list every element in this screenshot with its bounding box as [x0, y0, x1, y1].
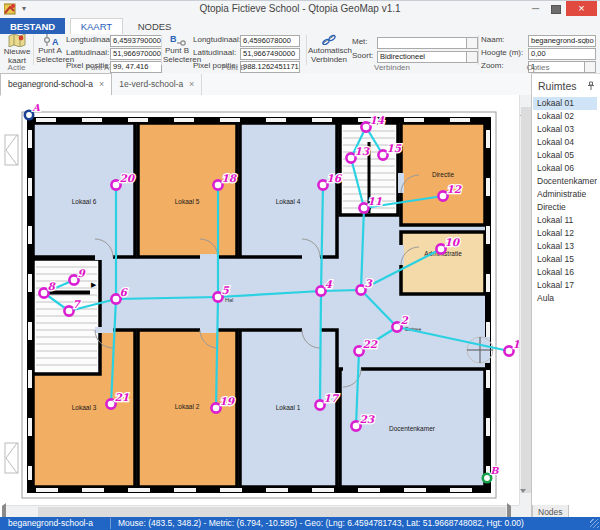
room-label: Lokaal 6 [72, 198, 97, 205]
node-label-10: 10 [445, 236, 461, 248]
auto-connect-label: Automatisch Verbinden [308, 46, 352, 64]
node-label-13: 13 [355, 145, 371, 157]
node-label-19: 19 [220, 395, 236, 407]
corridor-label: Hal [225, 297, 233, 303]
room-list-item[interactable]: Administratie [533, 188, 597, 201]
ruimtes-panel: Ruimtes Lokaal 01Lokaal 02Lokaal 03Lokaa… [531, 73, 599, 518]
auto-connect-button[interactable]: Automatisch Verbinden [308, 34, 350, 64]
horizontal-scroll-thumb[interactable] [38, 507, 506, 517]
select-point-b-button[interactable]: B Punt B Selecteren [163, 34, 191, 64]
punt-b-long-input[interactable]: 6,4596078000 [240, 35, 300, 47]
room-label: Lokaal 5 [175, 198, 200, 205]
point-b-icon: B [168, 34, 186, 46]
tab-nodes[interactable]: NODES [128, 18, 182, 35]
soort-dropdown[interactable]: Bidirectioneel [377, 51, 478, 63]
room-list-item[interactable]: Lokaal 06 [533, 162, 597, 175]
edge-4-3[interactable] [321, 290, 361, 291]
group-separator [306, 35, 307, 65]
room-list-item[interactable]: Lokaal 13 [533, 240, 597, 253]
group-separator [161, 35, 162, 65]
punt-b-lat-input[interactable]: 51,9667490000 [240, 48, 300, 60]
hoogte-input[interactable]: 0,00 [528, 48, 596, 60]
soort-label: Soort: [352, 51, 373, 60]
room-list: Lokaal 01Lokaal 02Lokaal 03Lokaal 04Loka… [533, 97, 597, 305]
edge-4-17[interactable] [320, 291, 321, 405]
met-label: Met: [352, 37, 368, 46]
point-b-label: B [491, 465, 500, 476]
punt-a-long-input[interactable]: 6,4593790000 [110, 35, 162, 47]
room-list-item[interactable]: Lokaal 05 [533, 149, 597, 162]
ribbon: Nieuwe kaart Actie A Punt A Selecteren L… [0, 34, 600, 74]
group-label-opties: Opties [478, 63, 598, 72]
close-button[interactable]: × [566, 1, 597, 16]
node-label-16: 16 [327, 172, 343, 184]
room-lokaal-5[interactable] [138, 123, 237, 257]
room-list-item[interactable]: Aula [533, 292, 597, 305]
statusbar: beganegrond-school-a Mouse: (483.5, 348.… [0, 517, 600, 530]
room-list-item[interactable]: Lokaal 17 [533, 279, 597, 292]
maximize-button[interactable] [546, 1, 565, 16]
stair-direction-icon: ▶ [91, 281, 97, 288]
pin-icon[interactable] [587, 81, 595, 91]
group-label-verbinden: Verbinden [306, 63, 478, 72]
group-separator [33, 35, 34, 65]
doc-tab-label: beganegrond-school-a [8, 79, 93, 89]
panel-tab-bar: NodesRuimtes [532, 501, 599, 517]
maximize-icon [551, 5, 561, 14]
punt-b-lat-label: Latitudinaal: [193, 48, 236, 57]
node-label-2: 2 [401, 314, 409, 326]
room-list-item[interactable]: Directie [533, 201, 597, 214]
node-label-17: 17 [324, 392, 340, 404]
dropdown-arrow-icon[interactable] [466, 38, 477, 48]
room-list-item[interactable]: Lokaal 11 [533, 214, 597, 227]
room-lokaal-6[interactable] [33, 123, 135, 257]
room-list-item[interactable]: Lokaal 15 [533, 253, 597, 266]
map-canvas[interactable]: ▼▶Lokaal 6Lokaal 5Lokaal 4DirectieAdmini… [2, 95, 519, 505]
minimize-button[interactable]: ─ [526, 1, 545, 16]
statusbar-document: beganegrond-school-a [8, 517, 93, 530]
group-separator [478, 35, 479, 65]
node-label-11: 11 [368, 195, 383, 207]
new-map-label: Nieuwe kaart [4, 47, 31, 65]
node-label-5: 5 [222, 284, 230, 296]
punt-a-lat-input[interactable]: 51,9669700000 [110, 48, 162, 60]
room-list-item[interactable]: Lokaal 04 [533, 136, 597, 149]
room-list-item[interactable]: Lokaal 03 [533, 123, 597, 136]
room-label: Lokaal 3 [72, 404, 97, 411]
statusbar-separator [110, 518, 111, 529]
node-label-21: 21 [115, 391, 130, 403]
close-tab-icon[interactable]: × [99, 79, 104, 89]
room-list-item[interactable]: Lokaal 01 [533, 97, 597, 110]
room-label: Directie [432, 171, 454, 178]
node-label-14: 14 [370, 114, 385, 126]
dropdown-arrow-icon[interactable] [466, 52, 477, 62]
met-dropdown[interactable] [377, 37, 478, 49]
ribbon-tab-bar: BESTAND KAART NODES [0, 16, 600, 34]
statusbar-position-info: Mouse: (483.5, 348.2) - Metric: (6.794, … [118, 517, 524, 530]
vertical-scroll-thumb[interactable] [521, 107, 531, 493]
node-label-23: 23 [360, 413, 376, 425]
node-label-15: 15 [387, 142, 402, 154]
titlebar: ▾ Qtopia Fictieve School - Qtopia GeoMap… [0, 0, 600, 17]
point-a-label: A [32, 102, 41, 113]
floorplan-svg: ▼▶Lokaal 6Lokaal 5Lokaal 4DirectieAdmini… [2, 95, 519, 505]
tab-bestand[interactable]: BESTAND [0, 18, 65, 35]
close-tab-icon[interactable]: × [189, 79, 194, 89]
link-icon [320, 34, 338, 46]
new-map-icon [8, 34, 26, 47]
collapse-ribbon-icon[interactable]: ∧ [583, 37, 589, 46]
resize-grip[interactable] [590, 519, 599, 528]
room-list-item[interactable]: Lokaal 12 [533, 227, 597, 240]
doc-tab-beganegrond[interactable]: beganegrond-school-a× [0, 73, 112, 96]
new-map-button[interactable]: Nieuwe kaart [2, 34, 32, 64]
room-list-item[interactable]: Docentenkamer [533, 175, 597, 188]
room-list-item[interactable]: Lokaal 02 [533, 110, 597, 123]
window-title: Qtopia Fictieve School - Qtopia GeoMap v… [0, 3, 600, 14]
node-label-12: 12 [447, 183, 462, 195]
room-list-item[interactable]: Lokaal 16 [533, 266, 597, 279]
select-point-a-button[interactable]: A Punt A Selecteren [36, 34, 64, 64]
naam-label: Naam: [481, 35, 505, 44]
hoogte-label: Hoogte (m): [481, 48, 523, 57]
doc-tab-1e-verd[interactable]: 1e-verd-school-a× [112, 74, 202, 95]
svg-text:A: A [52, 37, 59, 46]
